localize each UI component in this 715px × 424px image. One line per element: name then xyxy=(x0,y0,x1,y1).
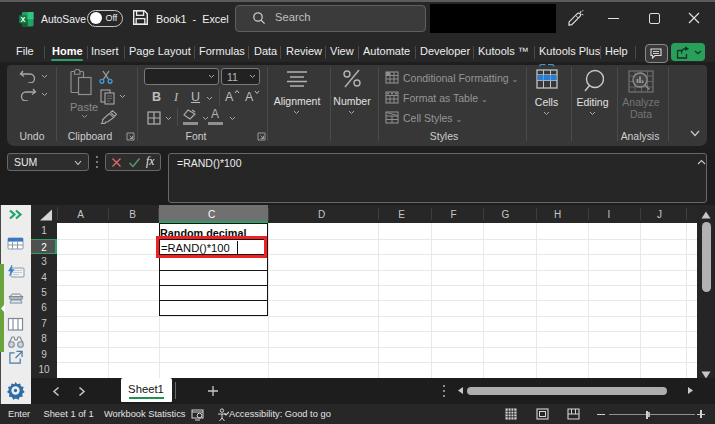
svg-text:X: X xyxy=(21,15,26,24)
